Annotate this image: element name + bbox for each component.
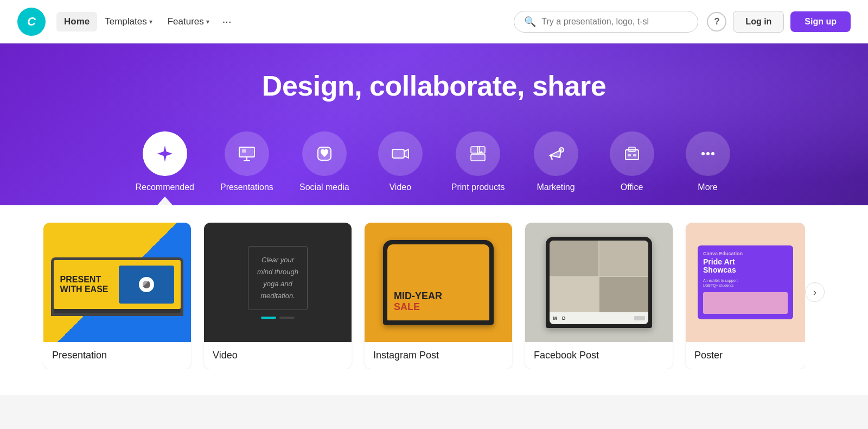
nav-templates[interactable]: Templates ▾ xyxy=(97,12,159,31)
office-icon-wrap xyxy=(610,131,654,176)
card-section: PRESENT WITH EASE Pr xyxy=(0,205,868,395)
nav-home[interactable]: Home xyxy=(56,12,97,31)
logo[interactable]: C xyxy=(17,8,46,36)
category-presentations[interactable]: Presentations xyxy=(207,125,286,205)
card-poster-label: Poster xyxy=(686,342,805,369)
card-video-label: Video xyxy=(204,342,352,369)
more-icon-wrap xyxy=(686,131,730,176)
card-instagram[interactable]: MID-YEAR SALE Instagram Post xyxy=(365,223,512,369)
search-input[interactable] xyxy=(541,17,688,27)
login-button[interactable]: Log in xyxy=(733,11,784,33)
nav-home-label: Home xyxy=(64,16,90,27)
category-marketing[interactable]: Marketing xyxy=(518,125,594,205)
category-video[interactable]: Video xyxy=(362,125,438,205)
nav-templates-label: Templates xyxy=(105,16,146,27)
nav-features[interactable]: Features ▾ xyxy=(160,12,217,31)
svg-rect-6 xyxy=(392,149,404,158)
search-icon: 🔍 xyxy=(524,16,536,28)
svg-point-0 xyxy=(163,152,167,155)
card-presentation-label: Presentation xyxy=(43,342,191,369)
nav-features-label: Features xyxy=(168,16,204,27)
help-label: ? xyxy=(714,16,719,27)
presentations-icon-wrap xyxy=(225,131,269,176)
video-label: Video xyxy=(389,182,411,192)
svg-point-18 xyxy=(711,152,714,155)
card-facebook[interactable]: M D Facebook Post xyxy=(525,223,673,369)
social-media-label: Social media xyxy=(299,182,349,192)
signup-button[interactable]: Sign up xyxy=(790,11,851,32)
category-social-media[interactable]: Social media xyxy=(286,125,362,205)
svg-rect-4 xyxy=(242,149,246,153)
svg-rect-1 xyxy=(239,147,254,157)
marketing-label: Marketing xyxy=(537,182,575,192)
navbar: C Home Templates ▾ Features ▾ ··· 🔍 ? Lo… xyxy=(0,0,868,43)
card-presentation[interactable]: PRESENT WITH EASE Pr xyxy=(43,223,191,369)
svg-point-10 xyxy=(559,148,564,152)
hero-banner: Design, collaborate, share Recommended xyxy=(0,43,868,205)
templates-chevron-icon: ▾ xyxy=(149,18,152,26)
recommended-label: Recommended xyxy=(135,182,194,192)
svg-rect-14 xyxy=(628,154,631,156)
category-office[interactable]: Office xyxy=(594,125,670,205)
recommended-icon-wrap xyxy=(143,131,187,176)
help-button[interactable]: ? xyxy=(707,12,726,31)
svg-rect-15 xyxy=(633,154,636,156)
chevron-right-icon: › xyxy=(813,287,816,298)
card-facebook-label: Facebook Post xyxy=(525,342,673,369)
nav-more-dots[interactable]: ··· xyxy=(217,11,237,32)
category-row: Recommended Presentations xyxy=(0,125,868,205)
office-label: Office xyxy=(621,182,643,192)
search-bar[interactable]: 🔍 xyxy=(514,11,698,33)
svg-point-16 xyxy=(701,152,705,155)
card-poster[interactable]: Canva Education Pride ArtShowcas An exhi… xyxy=(686,223,805,369)
presentations-label: Presentations xyxy=(220,182,273,192)
cards-container: PRESENT WITH EASE Pr xyxy=(43,223,805,369)
features-chevron-icon: ▾ xyxy=(206,18,209,26)
svg-line-11 xyxy=(551,156,552,160)
card-video[interactable]: Clear your mind through yoga and meditat… xyxy=(204,223,352,369)
video-icon-wrap xyxy=(378,131,423,176)
hero-title: Design, collaborate, share xyxy=(0,70,868,102)
svg-rect-9 xyxy=(471,154,485,161)
svg-point-17 xyxy=(706,152,710,155)
next-arrow[interactable]: › xyxy=(805,282,825,302)
print-products-icon-wrap xyxy=(456,131,500,176)
card-instagram-label: Instagram Post xyxy=(365,342,512,369)
svg-rect-13 xyxy=(629,147,635,152)
marketing-icon-wrap xyxy=(534,131,578,176)
more-label: More xyxy=(698,182,717,192)
category-recommended[interactable]: Recommended xyxy=(122,125,207,205)
print-products-label: Print products xyxy=(451,182,505,192)
logo-text: C xyxy=(27,15,36,29)
social-media-icon-wrap xyxy=(302,131,347,176)
category-print-products[interactable]: Print products xyxy=(438,125,518,205)
category-more[interactable]: More xyxy=(670,125,746,205)
